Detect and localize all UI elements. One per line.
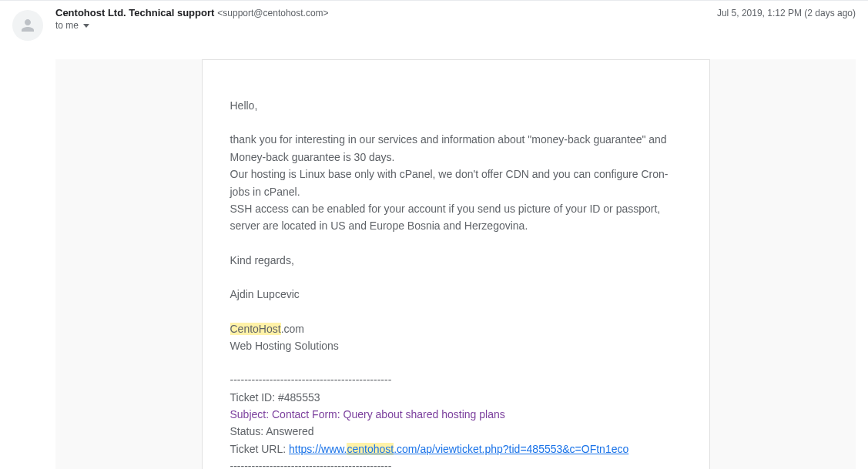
divider-top: ----------------------------------------… <box>230 371 682 388</box>
greeting: Hello, <box>230 97 682 114</box>
ticket-url-post: .com/ap/viewticket.php?tid=485553&c=OFtn… <box>394 443 628 455</box>
sig-tagline: Web Hosting Solutions <box>230 340 339 352</box>
timestamp[interactable]: Jul 5, 2019, 1:12 PM (2 days ago) <box>717 8 856 18</box>
ticket-id-line: Ticket ID: #485553 <box>230 389 682 406</box>
recipient-line[interactable]: to me <box>55 20 856 31</box>
email-header: Centohost Ltd. Technical support <suppor… <box>0 0 868 44</box>
ticket-url-highlight: centohost <box>347 443 394 455</box>
regards: Kind regards, <box>230 252 682 269</box>
email-body-container: Hello, thank you for interesting in our … <box>55 59 856 469</box>
ticket-url-link[interactable]: https://www.centohost.com/ap/viewticket.… <box>289 443 628 455</box>
person-icon <box>18 16 37 35</box>
email-content-box: Hello, thank you for interesting in our … <box>202 59 710 469</box>
signature-block: CentoHost.com Web Hosting Solutions <box>230 320 682 355</box>
status-label: Status: <box>230 425 266 437</box>
subject-text: Contact Form: Query about shared hosting… <box>272 408 505 420</box>
main-paragraph: thank you for interesting in our service… <box>230 131 682 234</box>
recipient-text: to me <box>55 20 79 31</box>
avatar[interactable] <box>12 10 43 41</box>
chevron-down-icon[interactable] <box>83 24 89 28</box>
paragraph-1: thank you for interesting in our service… <box>230 133 667 162</box>
paragraph-2: Our hosting is Linux base only with cPan… <box>230 168 669 197</box>
ticket-url-line: Ticket URL: https://www.centohost.com/ap… <box>230 441 682 457</box>
signature-name: Ajdin Lupcevic <box>230 286 682 303</box>
sender-email: <support@centohost.com> <box>217 8 328 18</box>
ticket-id: #485553 <box>278 391 320 404</box>
ticket-info-block: ----------------------------------------… <box>230 371 682 469</box>
header-info: Centohost Ltd. Technical support <suppor… <box>55 7 856 31</box>
sender-left: Centohost Ltd. Technical support <suppor… <box>55 7 329 18</box>
status-text: Answered <box>266 425 313 437</box>
paragraph-3: SSH access can be enabled for your accou… <box>230 203 661 232</box>
ticket-url-pre: https://www. <box>289 443 347 455</box>
sig-company-rest: .com <box>281 323 304 335</box>
divider-bottom: ----------------------------------------… <box>230 457 682 469</box>
sender-line: Centohost Ltd. Technical support <suppor… <box>55 7 856 18</box>
sig-company-highlight: CentoHost <box>230 323 281 335</box>
subject-label: Subject: <box>230 408 272 420</box>
subject-line: Subject: Contact Form: Query about share… <box>230 406 682 423</box>
status-line: Status: Answered <box>230 423 682 440</box>
sender-name[interactable]: Centohost Ltd. Technical support <box>55 7 214 18</box>
ticket-url-label: Ticket URL: <box>230 443 290 455</box>
ticket-id-label: Ticket ID: <box>230 391 279 404</box>
